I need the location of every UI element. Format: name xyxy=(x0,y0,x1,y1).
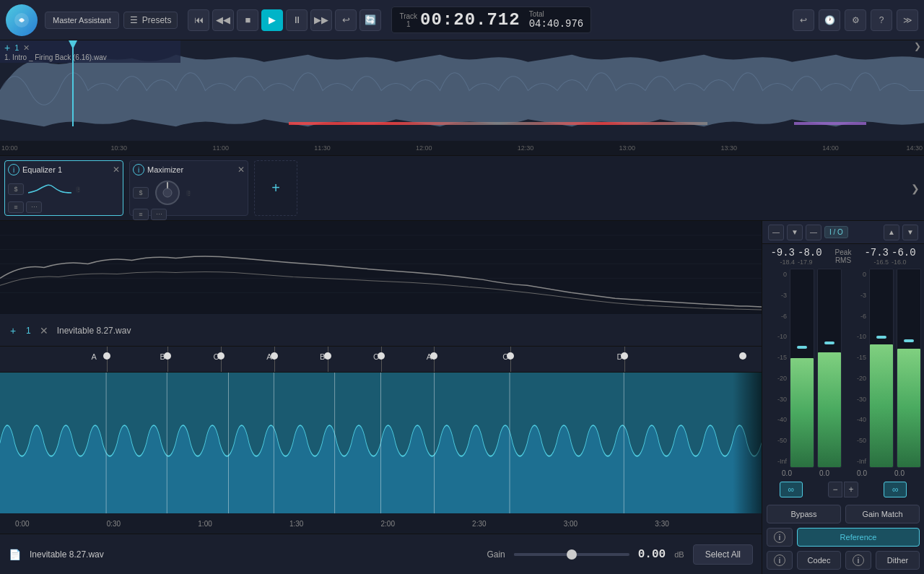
info-icon-left[interactable]: i xyxy=(767,528,793,547)
track-add-lower-button[interactable]: + xyxy=(6,323,20,338)
track-add-button[interactable]: + xyxy=(4,42,10,53)
section-dot-5 xyxy=(378,352,385,360)
reference-button[interactable]: Reference xyxy=(797,528,920,547)
repeat-button[interactable]: 🔄 xyxy=(359,9,381,31)
meter-dash-button[interactable]: — xyxy=(806,225,821,240)
history-button[interactable]: 🕐 xyxy=(819,9,840,31)
equalizer-dots-button[interactable]: ⋯ xyxy=(26,201,42,213)
input-meter-right-bar xyxy=(817,269,842,468)
peak-rms-label: Peak RMS xyxy=(829,248,858,264)
input-link-button[interactable]: ∞ xyxy=(780,482,803,497)
equalizer-plugin-slot: i Equalizer 1 ✕ $ ⋮ ≡ ⋯ xyxy=(4,160,123,216)
input-left-handle[interactable] xyxy=(797,346,807,349)
codec-button[interactable]: Codec xyxy=(797,551,841,570)
help-button[interactable]: ? xyxy=(871,9,892,31)
output-right-handle[interactable] xyxy=(904,339,914,342)
input-meter-right xyxy=(817,269,842,468)
pause-button[interactable]: ⏸ xyxy=(286,9,308,31)
info-icon-codec[interactable]: i xyxy=(767,551,793,570)
plugins-expand-button[interactable]: ❯ xyxy=(911,160,920,216)
gain-unit: dB xyxy=(674,550,684,559)
bottom-controls: 📄 Inevitable 8.27.wav Gain 0.00 dB Selec… xyxy=(0,534,762,574)
dither-button[interactable]: Dither xyxy=(876,551,920,570)
next-button[interactable]: ▶▶ xyxy=(310,9,332,31)
input-right-handle[interactable] xyxy=(824,342,834,344)
timeline-ruler: 10:00 10:30 11:00 11:30 12:00 12:30 13:0… xyxy=(0,141,924,155)
play-button[interactable]: ▶ xyxy=(261,9,283,31)
track-label-bar: + 1 ✕ 1. Intro _ Firing Back (6.16).wav xyxy=(0,40,180,63)
meter-dropdown-button[interactable]: ▼ xyxy=(787,225,803,240)
bottom-filename: Inevitable 8.27.wav xyxy=(30,549,104,560)
add-plugin-button[interactable]: + xyxy=(254,160,297,216)
output-meter-right xyxy=(897,269,921,468)
meters-readings-row: -9.3 -18.4 -8.0 -17.9 Peak RMS -7.3 -16.… xyxy=(762,244,924,269)
maximizer-btn-row: ≡ ⋯ xyxy=(133,209,245,220)
maximizer-knob[interactable] xyxy=(153,178,182,207)
minus-button[interactable]: − xyxy=(828,482,842,497)
more-button[interactable]: ≫ xyxy=(897,9,918,31)
plus-button[interactable]: + xyxy=(844,482,858,497)
track-label: Track 1 xyxy=(399,12,417,28)
menu-icon: ☰ xyxy=(130,15,138,25)
meter-down-button[interactable]: ▼ xyxy=(902,225,918,240)
stop-button[interactable]: ■ xyxy=(237,9,258,31)
playhead xyxy=(72,40,74,126)
gain-label: Gain xyxy=(487,549,505,560)
equalizer-curve xyxy=(28,178,71,200)
info-icon-dither[interactable]: i xyxy=(845,551,871,570)
equalizer-divider: ⋮ xyxy=(76,186,80,193)
equalizer-name: Equalizer 1 xyxy=(22,165,110,174)
meter-up-button[interactable]: ▲ xyxy=(884,225,899,240)
gain-value: 0.00 xyxy=(638,548,666,561)
prev-button[interactable]: ◀◀ xyxy=(212,9,234,31)
track-info-bar: + 1 ✕ Inevitable 8.27.wav xyxy=(0,315,762,347)
sections-timeline: A B C A B C A xyxy=(0,347,762,534)
master-assistant-button[interactable]: Master Assistant xyxy=(45,12,119,29)
maximizer-close-button[interactable]: ✕ xyxy=(237,165,245,175)
close-track-icon[interactable]: ✕ xyxy=(23,43,30,53)
maximizer-dots-button[interactable]: ⋯ xyxy=(151,209,167,220)
maximizer-plugin-slot: i Maximizer ✕ $ ⋮ ≡ ⋯ xyxy=(129,160,248,216)
lower-waveform[interactable] xyxy=(0,373,762,513)
meters-header: — ▼ — I / O ▲ ▼ xyxy=(762,221,924,244)
codec-dither-row: i Codec i Dither xyxy=(767,551,920,570)
loop-button[interactable]: ↩ xyxy=(335,9,357,31)
gain-slider-thumb[interactable] xyxy=(567,549,577,560)
output-left-fill xyxy=(870,344,893,467)
maximizer-info-icon[interactable]: i xyxy=(133,164,144,175)
maximizer-dollar-button[interactable]: $ xyxy=(133,187,149,199)
rewind-to-start-button[interactable]: ⏮ xyxy=(188,9,209,31)
equalizer-list-button[interactable]: ≡ xyxy=(8,201,24,213)
output-link-button[interactable]: ∞ xyxy=(884,482,907,497)
bypass-gainmatch-row: Bypass Gain Match xyxy=(767,505,920,523)
maximizer-list-button[interactable]: ≡ xyxy=(133,209,149,220)
gain-slider[interactable] xyxy=(514,553,629,556)
time-mark-0: 0:00 xyxy=(15,520,29,528)
presets-area[interactable]: ☰ Presets xyxy=(123,12,178,29)
io-button[interactable]: I / O xyxy=(824,226,848,238)
time-mark-1: 0:30 xyxy=(107,520,121,528)
section-label-A1: A xyxy=(92,352,97,361)
topbar-actions: ↩ 🕐 ⚙ ? ≫ xyxy=(793,9,918,31)
undo-button[interactable]: ↩ xyxy=(793,9,814,31)
transport-controls: ⏮ ◀◀ ■ ▶ ⏸ ▶▶ ↩ 🔄 xyxy=(188,9,381,31)
equalizer-info-icon[interactable]: i xyxy=(8,164,19,175)
equalizer-dollar-button[interactable]: $ xyxy=(8,183,24,195)
equalizer-controls: $ ⋮ xyxy=(8,178,120,200)
analysis-graph xyxy=(0,221,762,315)
left-peak-reading: -9.3 -18.4 xyxy=(767,247,795,266)
settings-button[interactable]: ⚙ xyxy=(845,9,866,31)
expand-track-button[interactable]: ❯ xyxy=(914,41,921,51)
maximizer-controls: $ ⋮ xyxy=(133,178,245,207)
maximizer-header: i Maximizer ✕ xyxy=(133,164,245,175)
output-left-handle[interactable] xyxy=(876,336,886,339)
bypass-button[interactable]: Bypass xyxy=(767,505,841,523)
in-right-zero: 0.0 xyxy=(819,469,829,477)
gain-match-button[interactable]: Gain Match xyxy=(845,505,920,523)
select-all-button[interactable]: Select All xyxy=(693,544,753,565)
track-name-lower: Inevitable 8.27.wav xyxy=(57,326,131,336)
track-close-lower-button[interactable]: ✕ xyxy=(37,323,51,338)
equalizer-close-button[interactable]: ✕ xyxy=(113,165,120,175)
meters-actions: Bypass Gain Match i Reference i Codec i … xyxy=(762,500,924,574)
meter-arrow-left-button[interactable]: — xyxy=(768,225,784,240)
